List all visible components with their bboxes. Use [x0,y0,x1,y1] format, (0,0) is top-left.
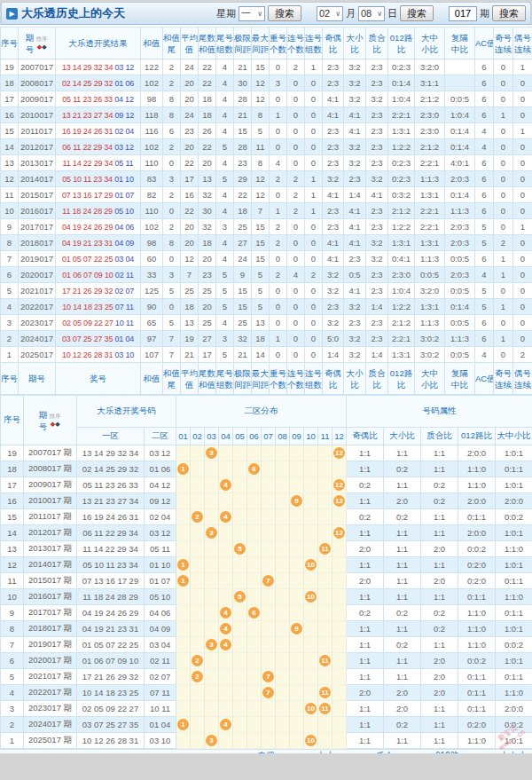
ball-col-header: 09 [290,428,304,445]
col-header: 偶号连续 [513,28,532,59]
stat-cell: 8 [252,155,270,171]
stat-cell: 0 [513,267,532,283]
stat-cell: 116 [141,123,163,139]
col-header: 奇偶比 [323,363,344,395]
stat-cell: 2:3:0 [415,123,445,139]
stat-cell: 5 [252,123,270,139]
zone2-cell: 07 11 [145,685,176,701]
stat-cell: 2:2:1 [388,331,415,347]
dist-cell [219,493,233,509]
stat-cell: 0 [287,91,305,107]
day-select[interactable]: 08 ∨ [358,6,385,21]
result-cell: 13 14 29 32 34 03 12 [56,59,141,75]
stat-cell: 2:3 [323,139,344,155]
zone1-cell: 05 10 11 23 34 [77,557,145,573]
stat-cell: 0 [305,219,323,235]
seq-cell: 1 [1,733,24,749]
stats-row: 2202401703 07 25 27 35 01 04977192733218… [1,331,532,347]
attr-cell: 0:2 [421,493,458,509]
sort-control[interactable]: 排序◆◆ [35,35,48,51]
dist-cell [176,701,191,717]
dist-cell: 4 [219,509,233,525]
front-numbers: 03 07 25 27 35 [62,335,113,343]
stat-cell: 0 [494,91,513,107]
zone1-cell: 07 13 16 17 29 [77,573,145,589]
dist-cell [290,525,304,541]
dist-row: 162010017 期13 21 23 27 3409 129121:12:00… [1,493,532,509]
stat-cell: 2:1:2 [415,139,445,155]
col-header: 连号组数 [305,28,323,59]
dist-cell [205,461,219,477]
stat-cell: 6 [475,91,494,107]
stat-cell: 6 [475,107,494,123]
result-cell: 13 21 23 27 34 09 12 [56,107,141,123]
stat-cell: 2:2:1 [415,203,445,219]
dist-cell [276,541,290,557]
stat-cell: 60 [141,251,163,267]
stat-cell: 0 [305,347,323,363]
header-line1: 和值 [163,32,180,43]
stat-cell: 15 [252,251,270,267]
sort-control[interactable]: 排序 ◆◆ [49,413,61,428]
stat-cell: 2 [287,59,305,75]
attr-cell: 0:2 [421,621,458,637]
lottery-ball: 6 [248,607,260,618]
cutoff-label: 大中小比 [500,750,532,753]
col-header: 最大间距 [252,363,270,395]
dist-cell [318,493,332,509]
month-select[interactable]: 02 ∨ [317,6,343,21]
zone1-cell: 05 11 23 26 33 [77,477,145,493]
issue-input[interactable] [449,6,477,21]
stat-cell: 4 [287,267,305,283]
attr-cell: 1:1 [347,461,384,477]
back-numbers: 01 04 [115,335,135,343]
zone1-cell: 17 21 26 29 32 [77,669,145,685]
result-cell: 02 05 09 22 27 10 11 [56,315,141,331]
dist-cell: 1 [176,557,191,573]
date-search-button[interactable]: 搜索 [400,5,434,21]
dist-cell [290,573,304,589]
attr-cell: 1:1 [384,557,421,573]
week-search-button[interactable]: 搜索 [268,5,301,21]
dist-cell [191,573,205,589]
dist-cell [262,541,276,557]
dist-cell [318,557,332,573]
sort-desc-icon[interactable]: ◆ [42,43,46,50]
lottery-ball: 3 [206,735,217,746]
stat-cell: 1 [305,59,323,75]
col-header: 奇偶比 [323,28,344,59]
attr-cell: 1:1:0 [458,461,496,477]
stat-cell: 5 [216,283,234,299]
dist-cell [304,573,318,589]
attr-cell: 1:1 [384,621,421,637]
col-header: 大乐透开奖结果 [56,28,141,59]
dist-cell [176,605,191,621]
attr-cell: 0:2 [384,637,421,653]
dist-cell: 4 [219,621,233,637]
stat-cell: 4:1 [344,123,366,139]
issue-cell: 2010017 期 [24,493,77,509]
stat-cell: 4:1 [344,219,366,235]
attr-cell: 2:0 [421,685,458,701]
col-header: 和值尾 [163,28,181,59]
attr-cell: 1:1 [421,525,458,541]
col-header: 012路比 [388,363,415,395]
sort-desc-icon[interactable]: ◆ [55,421,59,427]
zone1-cell: 01 06 07 09 10 [77,653,145,669]
dist-cell [318,477,332,493]
header-line1: 质合 [366,367,387,379]
stat-cell: 2:3 [323,75,344,91]
attr-col-header: 大中小比 [496,428,532,445]
attr-cell: 1:1 [384,541,421,557]
back-numbers: 04 06 [115,223,135,232]
attr-cell: 2:0:0 [496,493,532,509]
col-header: 尾数和值 [199,363,216,395]
col-header[interactable]: 期号排序◆◆ [19,28,56,59]
issue-cell: 2018017 期 [24,621,77,637]
issue-search-button[interactable]: 搜索 [492,5,526,21]
attr-cell: 2:0 [421,541,458,557]
week-select[interactable]: 一 ∨ [239,6,265,21]
dist-cell [304,653,318,669]
back-numbers: 09 12 [115,111,135,120]
dist-cell [276,605,290,621]
